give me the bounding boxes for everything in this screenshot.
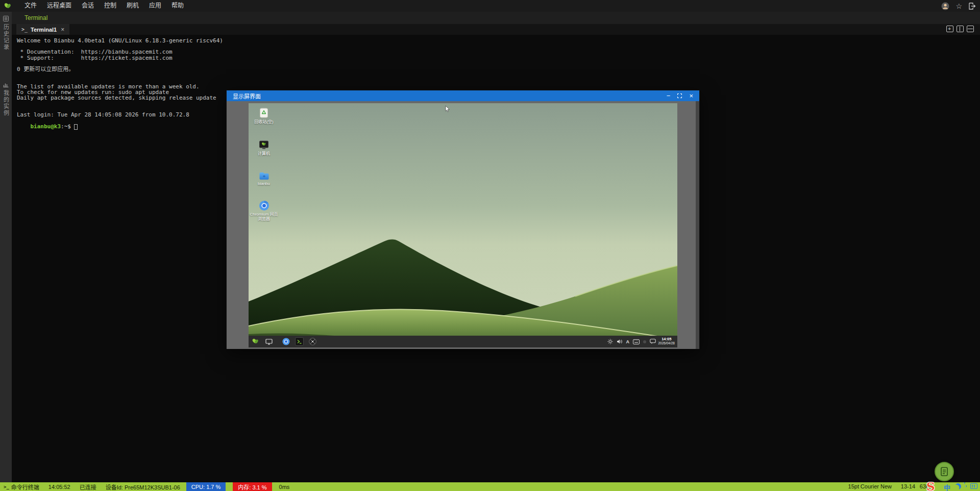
sidebar-tab-instances-label: 我的实例 <box>2 90 10 116</box>
minimize-button[interactable]: − <box>667 92 671 99</box>
remote-display-window: 显示屏界面 − × <box>226 90 700 349</box>
ime-punctuation-toggle[interactable]: ’, <box>964 481 967 487</box>
floating-log-button[interactable] <box>935 462 954 481</box>
taskbar-terminal-button[interactable] <box>295 337 304 346</box>
folder-icon <box>259 171 270 180</box>
history-icon <box>3 16 9 21</box>
exit-icon[interactable] <box>968 3 976 10</box>
desktop-icon-computer[interactable]: 计算机 <box>249 140 279 156</box>
terminal-line: The list of available updates is more th… <box>17 84 980 89</box>
tab-close-icon[interactable]: × <box>61 26 64 33</box>
terminal-tab-bar: >_ Terminal1 × + <box>12 24 980 35</box>
favorites-star-icon[interactable]: ☆ <box>955 2 962 10</box>
display-settings-button[interactable] <box>264 337 273 346</box>
sidebar-tab-history[interactable]: 历史记录 <box>0 12 12 55</box>
notification-bubble-icon[interactable] <box>650 337 656 346</box>
terminal-icon <box>297 339 302 344</box>
control-center-icon <box>309 338 316 345</box>
close-button[interactable]: × <box>689 92 693 99</box>
menu-item-apps[interactable]: 应用 <box>144 0 166 12</box>
app-logo-icon <box>0 2 15 10</box>
taskbar-clock[interactable]: 14:05 2026/04/28 <box>658 337 675 345</box>
user-avatar[interactable] <box>941 2 949 10</box>
remote-cursor-icon <box>445 106 450 112</box>
terminal-tab[interactable]: >_ Terminal1 × <box>16 24 69 35</box>
menu-bar: 文件 远程桌面 会话 控制 刷机 应用 帮助 ☆ <box>0 0 980 12</box>
monitor-icon <box>265 339 273 345</box>
sogou-ime-icon[interactable]: S <box>926 479 935 491</box>
chromium-icon <box>259 200 270 211</box>
status-connection: 已连接 <box>80 483 96 491</box>
menu-item-remote-desktop[interactable]: 远程桌面 <box>42 0 77 12</box>
menu-item-session[interactable]: 会话 <box>77 0 99 12</box>
ime-soft-keyboard-icon[interactable] <box>970 483 977 489</box>
sidebar-tab-history-label: 历史记录 <box>2 24 10 51</box>
left-sidebar: 历史记录 我的实例 <box>0 12 12 482</box>
start-menu-button[interactable] <box>251 337 260 346</box>
bar-chart-icon <box>3 82 9 87</box>
section-tab-terminal[interactable]: Terminal <box>24 14 47 21</box>
maximize-button[interactable] <box>677 93 682 98</box>
remote-window-title: 显示屏界面 <box>233 92 261 100</box>
status-device-id: 设备Id: Pre65M12K3SUB1-06 <box>106 483 180 491</box>
section-bar: Terminal <box>12 12 980 24</box>
menu-item-help[interactable]: 帮助 <box>166 0 189 12</box>
terminal-line <box>17 72 980 78</box>
font-size-setting[interactable]: 15pt <box>848 483 859 489</box>
split-add-button[interactable]: + <box>946 26 953 32</box>
menu-item-control[interactable]: 控制 <box>99 0 121 12</box>
sidebar-tab-instances[interactable]: 我的实例 <box>0 78 12 121</box>
terminal-line: * Support: https://ticket.spacemit.com <box>17 55 980 61</box>
memory-usage-badge: 内存: 3.1 % <box>233 482 272 491</box>
status-bar: >_ 命令行终端 14:05:52 已连接 设备Id: Pre65M12K3SU… <box>0 482 980 491</box>
input-method-indicator[interactable]: A <box>626 339 630 344</box>
menu-item-flash[interactable]: 刷机 <box>121 0 144 12</box>
desktop-icon-bianbu-folder[interactable]: bianbu <box>249 171 279 186</box>
taskbar-settings-button[interactable] <box>308 337 317 346</box>
ime-fullwidth-moon-icon[interactable] <box>955 483 961 489</box>
chromium-icon <box>282 338 290 345</box>
terminal-line: 0 更新可以立即应用。 <box>17 66 980 72</box>
recycle-bin-icon <box>259 107 269 119</box>
terminal-line <box>17 78 980 83</box>
tray-status-dot <box>643 340 646 343</box>
prompt-icon: >_ <box>21 27 28 32</box>
split-vertical-button[interactable] <box>957 26 964 32</box>
status-mode[interactable]: >_ 命令行终端 <box>4 483 39 491</box>
cpu-usage-badge: CPU: 1.7 % <box>186 482 226 491</box>
font-name-setting[interactable]: Courier New <box>861 483 892 489</box>
status-mode-label: 命令行终端 <box>11 483 39 491</box>
prompt-symbol: :~$ <box>61 123 71 130</box>
keyboard-icon[interactable] <box>633 337 640 346</box>
menu-item-file[interactable]: 文件 <box>19 0 42 12</box>
terminal-line <box>17 61 980 66</box>
menu-items: 文件 远程桌面 会话 控制 刷机 应用 帮助 <box>19 0 189 12</box>
brightness-icon[interactable] <box>607 337 613 346</box>
taskbar-chromium-button[interactable] <box>282 337 290 346</box>
ime-language-toggle[interactable]: 中 <box>944 482 950 491</box>
status-latency: 0ms <box>279 484 290 490</box>
terminal-line: Welcome to Bianbu 4.0beta1 (GNU/Linux 6.… <box>17 38 980 43</box>
desktop-icon-label: Chromium 网页浏览器 <box>250 212 278 221</box>
split-horizontal-button[interactable] <box>967 26 974 32</box>
terminal-cursor <box>74 124 78 130</box>
clock-date: 2026/04/28 <box>658 341 675 345</box>
terminal-tab-label: Terminal1 <box>31 27 57 33</box>
bianbu-logo-icon <box>252 338 259 345</box>
clock-time: 14:05 <box>658 337 675 341</box>
status-time: 14:05:52 <box>48 484 70 490</box>
desktop-wallpaper <box>249 103 677 347</box>
computer-icon <box>259 140 269 150</box>
notepad-icon <box>940 466 949 477</box>
desktop-icons: 回收站(空) 计算机 <box>249 106 279 221</box>
remote-window-body: 回收站(空) 计算机 <box>227 101 699 349</box>
desktop-icon-chromium[interactable]: Chromium 网页浏览器 <box>249 200 279 221</box>
remote-desktop-screen[interactable]: 回收站(空) 计算机 <box>249 103 677 347</box>
desktop-icon-label: 计算机 <box>258 151 270 156</box>
desktop-icon-label: 回收站(空) <box>254 120 273 124</box>
desktop-icon-recycle-bin[interactable]: 回收站(空) <box>249 107 279 124</box>
remote-window-titlebar[interactable]: 显示屏界面 − × <box>227 90 699 101</box>
volume-icon[interactable] <box>617 337 623 346</box>
prompt-user: bianbu@k3 <box>31 123 61 130</box>
remote-taskbar: A 14: <box>249 336 677 347</box>
